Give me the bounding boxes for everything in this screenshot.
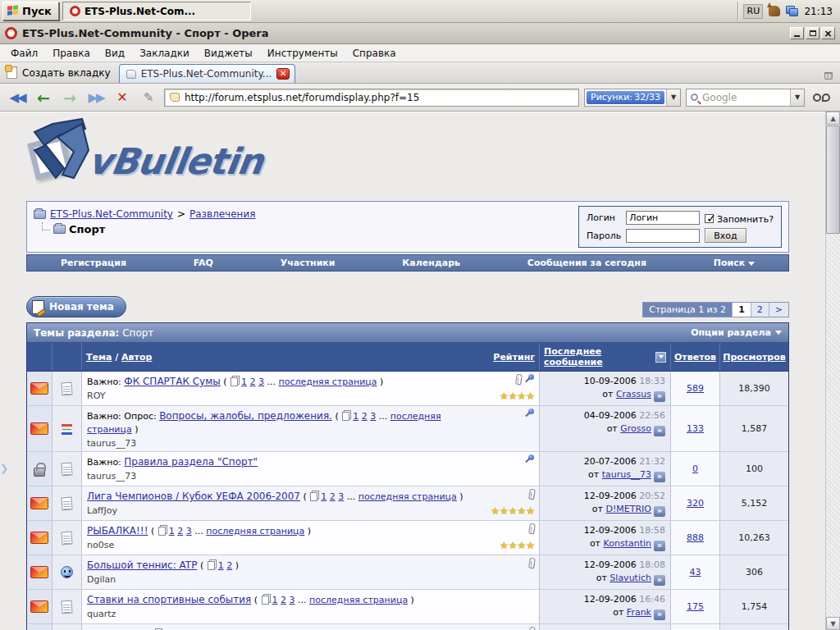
edit-page-button[interactable]: ✎	[138, 88, 159, 107]
search-box[interactable]: Google ▼	[686, 89, 805, 107]
scroll-up-button[interactable]: ▲	[826, 112, 840, 125]
thread-page-link[interactable]: 2	[330, 491, 336, 502]
search-dropdown-arrow[interactable]: ▼	[790, 89, 804, 106]
tab-close-button[interactable]: ✕	[276, 68, 290, 80]
sort-replies-link[interactable]: Ответов	[674, 352, 716, 363]
new-thread-button[interactable]: Новая тема	[26, 296, 126, 317]
thread-page-link[interactable]: 1	[218, 560, 224, 571]
thread-page-link[interactable]: 3	[338, 491, 344, 502]
menu-edit[interactable]: Правка	[45, 46, 98, 61]
login-input[interactable]	[626, 211, 700, 225]
search-placeholder[interactable]: Google	[702, 92, 786, 103]
sort-desc-icon[interactable]	[655, 352, 666, 363]
close-button[interactable]: ×	[821, 27, 835, 39]
taskbar-app-button[interactable]: ETS-Plus.Net-Com...	[62, 2, 251, 21]
thread-replies-link[interactable]: 320	[687, 498, 704, 509]
nav-faq[interactable]: FAQ	[194, 258, 213, 268]
menu-file[interactable]: Файл	[3, 46, 45, 61]
goto-last-post-icon[interactable]: »	[654, 609, 665, 620]
thread-replies-link[interactable]: 0	[692, 463, 698, 474]
fast-forward-button[interactable]: ▶▶	[85, 88, 107, 107]
tab-active[interactable]: ETS-Plus.Net-Community... ✕	[119, 64, 296, 83]
page-next-link[interactable]: >	[769, 303, 788, 317]
lastpost-author-link[interactable]: D!METRIO	[605, 504, 651, 514]
panel-toggle-chevron[interactable]: ❯	[0, 457, 7, 480]
images-control[interactable]: Рисунки: 32/33 ▼	[584, 89, 681, 107]
url-text[interactable]: http://forum.etsplus.net/forumdisplay.ph…	[185, 92, 419, 103]
goto-last-post-icon[interactable]: »	[654, 575, 665, 586]
images-dropdown-arrow[interactable]: ▼	[666, 89, 680, 106]
lastpost-author-link[interactable]: Grosso	[620, 423, 651, 434]
thread-title-link[interactable]: Вопросы, жалобы, предложения.	[159, 410, 332, 422]
forum-options-button[interactable]: Опции раздела	[691, 327, 782, 338]
thread-title-link[interactable]: Большой теннис: ATP	[87, 559, 197, 571]
thread-title-link[interactable]: Лига Чемпионов / Кубок УЕФА 2006-2007	[87, 491, 300, 502]
nav-calendar[interactable]: Календарь	[402, 258, 460, 268]
lastpost-author-link[interactable]: Frank	[627, 607, 651, 618]
last-page-link[interactable]: последняя страница	[206, 526, 304, 536]
thread-page-link[interactable]: 3	[258, 377, 264, 387]
menu-tools[interactable]: Инструменты	[260, 46, 345, 61]
language-indicator[interactable]: RU	[743, 4, 763, 19]
thread-page-link[interactable]: 1	[272, 595, 278, 605]
stop-button[interactable]: ✕	[112, 88, 133, 107]
thread-page-link[interactable]: 3	[186, 526, 192, 536]
thread-replies-link[interactable]: 589	[687, 383, 704, 394]
thread-title-link[interactable]: Ставки на спортивные события	[87, 594, 251, 605]
thread-title-link[interactable]: Правила раздела "Спорт"	[124, 456, 258, 468]
last-page-link[interactable]: последняя страница	[309, 595, 408, 605]
thread-page-link[interactable]: 2	[362, 411, 368, 422]
lastpost-author-link[interactable]: Slavutich	[609, 573, 651, 583]
nav-todays-posts[interactable]: Сообщения за сегодня	[527, 258, 646, 268]
menu-bookmarks[interactable]: Закладки	[132, 46, 197, 61]
goto-last-post-icon[interactable]: »	[654, 391, 665, 402]
forward-button[interactable]: →	[59, 88, 80, 107]
network-tray-icon[interactable]	[786, 6, 798, 16]
lastpost-author-link[interactable]: Konstantin	[604, 538, 651, 549]
sort-lastpost-link[interactable]: Последнее сообщение	[544, 346, 652, 368]
new-tab-button[interactable]: Создать вкладку	[3, 64, 119, 83]
menu-view[interactable]: Вид	[98, 46, 132, 61]
thread-page-link[interactable]: 1	[353, 411, 358, 422]
nav-register[interactable]: Регистрация	[61, 258, 126, 268]
thread-page-link[interactable]: 1	[169, 526, 175, 536]
menu-help[interactable]: Справка	[345, 46, 404, 61]
thread-title-link[interactable]: ФК СПАРТАК Сумы	[124, 376, 220, 387]
sort-topic-link[interactable]: Тема	[86, 352, 112, 363]
emule-tray-icon[interactable]	[769, 6, 780, 16]
minimize-button[interactable]	[790, 27, 804, 39]
sort-views-link[interactable]: Просмотров	[723, 352, 785, 363]
thread-page-link[interactable]: 3	[290, 595, 295, 605]
closed-tabs-button[interactable]	[820, 68, 837, 83]
thread-page-link[interactable]: 2	[177, 526, 183, 536]
thread-replies-link[interactable]: 133	[687, 423, 704, 434]
rewind-button[interactable]: ◀◀	[7, 88, 28, 107]
scrollbar-thumb[interactable]	[826, 126, 840, 234]
vertical-scrollbar[interactable]: ▲ ▼	[825, 112, 840, 630]
restore-button[interactable]	[806, 27, 819, 39]
thread-replies-link[interactable]: 43	[690, 567, 701, 578]
thread-page-link[interactable]: 1	[241, 377, 247, 387]
thread-title-link[interactable]: РЫБАЛКА!!!	[87, 525, 148, 536]
goto-last-post-icon[interactable]: »	[654, 506, 665, 517]
lastpost-author-link[interactable]: Crassus	[616, 389, 651, 399]
page-2-link[interactable]: 2	[751, 303, 769, 317]
thread-page-link[interactable]: 3	[370, 411, 376, 422]
back-button[interactable]: ←	[33, 88, 54, 107]
goto-last-post-icon[interactable]: »	[654, 541, 665, 551]
goto-last-post-icon[interactable]: »	[654, 472, 665, 482]
thread-page-link[interactable]: 1	[321, 491, 326, 502]
window-titlebar[interactable]: ETS-Plus.Net-Community - Спорт - Opera ×	[0, 23, 840, 44]
zoom-glasses-icon[interactable]	[810, 94, 833, 102]
last-page-link[interactable]: последняя страница	[279, 377, 377, 387]
breadcrumb-root-link[interactable]: ETS-Plus.Net-Community	[50, 208, 173, 220]
nav-members[interactable]: Участники	[281, 258, 336, 268]
page-1-current[interactable]: 1	[732, 303, 751, 317]
password-input[interactable]	[626, 229, 700, 243]
scroll-down-button[interactable]: ▼	[826, 617, 840, 630]
nav-search[interactable]: Поиск	[714, 258, 755, 268]
sort-author-link[interactable]: Автор	[121, 352, 152, 363]
start-button[interactable]: Пуск	[2, 2, 59, 21]
sort-rating-link[interactable]: Рейтинг	[493, 352, 535, 363]
thread-page-link[interactable]: 2	[226, 560, 232, 571]
